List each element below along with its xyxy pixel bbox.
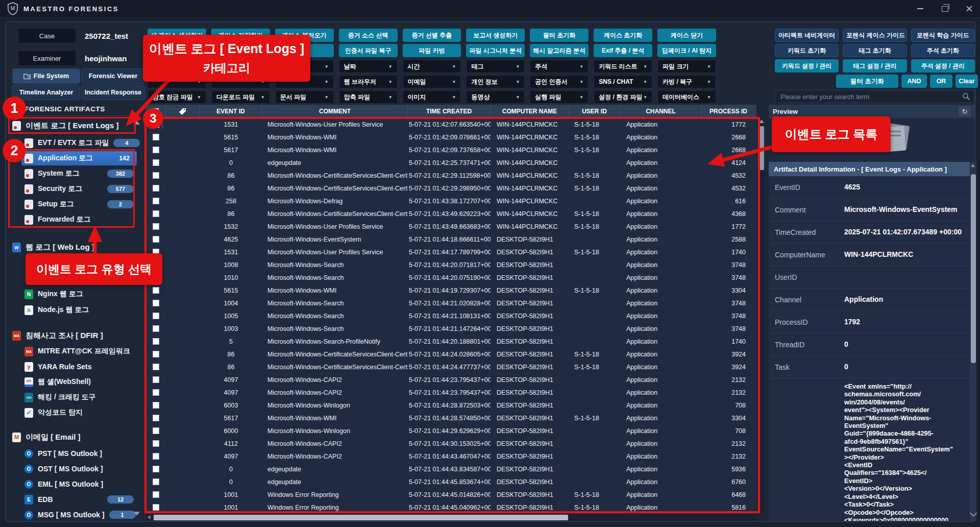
filter-dropdown[interactable]: ▼ (275, 60, 334, 73)
table-row[interactable]: 1010 Microsoft-Windows-Search 5-07-21 01… (145, 271, 756, 284)
row-checkbox[interactable] (153, 185, 159, 191)
row-checkbox[interactable] (153, 504, 159, 511)
filter-dropdown[interactable]: ▼ (148, 75, 206, 88)
row-checkbox[interactable] (153, 338, 159, 345)
tree-item[interactable]: EDB 12 (21, 492, 137, 507)
row-checkbox[interactable] (153, 389, 159, 396)
row-checkbox[interactable] (153, 325, 159, 332)
filter-dropdown[interactable]: 파일 크기▼ (657, 60, 716, 73)
tree-item[interactable]: YARA Rule Sets (21, 360, 137, 374)
filter-dropdown[interactable]: 문서 파일▼ (275, 90, 334, 104)
row-checkbox[interactable] (153, 134, 159, 140)
table-row[interactable]: 4112 Microsoft-Windows-CAPI2 5-07-21 01:… (145, 437, 756, 450)
right-tool-button[interactable]: 키워드 초기화 (775, 44, 839, 57)
filter-dropdown[interactable]: 태그▼ (466, 60, 525, 73)
table-row[interactable]: 1003 Microsoft-Windows-Search 5-07-21 01… (145, 322, 756, 335)
toolbar-button[interactable] (148, 44, 206, 57)
filter-dropdown[interactable]: 이메일▼ (403, 75, 461, 88)
table-row[interactable]: 5617 Microsoft-Windows-WMI 5-07-21 01:44… (145, 412, 756, 424)
right-tool-button[interactable]: 주석 설정 / 관리 (911, 59, 975, 73)
filter-dropdown[interactable]: 설정 / 환경 파일▼ (594, 90, 652, 104)
table-row[interactable]: 6000 Microsoft-Windows-Winlogon 5-07-21 … (145, 424, 756, 437)
table-row[interactable]: 4097 Microsoft-Windows-CAPI2 5-07-21 01:… (145, 373, 756, 386)
scroll-left-icon[interactable] (147, 515, 151, 519)
forensic-viewer-button[interactable]: Forensic Viewer (81, 68, 145, 84)
toolbar-button[interactable]: 케이스 초기화 (594, 29, 652, 42)
filter-dropdown[interactable]: 키워드 리스트▼ (594, 60, 652, 73)
table-row[interactable]: 0 edgeupdate 5-07-21 01:44:45.853674+00 … (145, 475, 756, 488)
row-checkbox[interactable] (153, 147, 159, 153)
tree-item[interactable]: MITRE ATT@CK 프레임워크 (21, 344, 137, 358)
row-checkbox[interactable] (153, 300, 159, 306)
filter-dropdown[interactable]: 카빙 / 복구▼ (657, 75, 716, 88)
toolbar-button[interactable]: 케이스 불러오기 (275, 29, 334, 42)
column-header-comment[interactable]: COMMENT (262, 105, 408, 118)
minimize-icon[interactable] (915, 3, 926, 14)
table-row[interactable]: 0 edgeupdate 5-07-21 01:44:43.834587+00 … (145, 463, 756, 475)
row-checkbox[interactable] (153, 453, 159, 460)
tree-item[interactable]: 웹 셸(WebShell) (21, 375, 137, 389)
table-row[interactable]: 258 Microsoft-Windows-Defrag 5-07-21 01:… (145, 195, 756, 207)
table-row[interactable]: 5617 Microsoft-Windows-WMI 5-07-21 01:42… (145, 143, 756, 156)
tree-item[interactable]: 침해사고 조사 [ DFIR ] (9, 328, 137, 343)
vertical-scrollbar[interactable] (758, 118, 765, 513)
column-header-user-id[interactable]: USER ID (569, 105, 620, 118)
filter-dropdown[interactable]: 주석▼ (530, 60, 589, 73)
toolbar-button[interactable] (211, 44, 270, 57)
table-row[interactable]: 1531 Microsoft-Windows-User Profiles Ser… (145, 118, 756, 131)
filter-dropdown[interactable]: 공인 인증서▼ (530, 75, 589, 88)
tree-item[interactable]: Setup 로그 2 (21, 197, 137, 211)
tree-item[interactable]: 이벤트 로그 [ Event Logs ] (9, 118, 137, 133)
row-checkbox[interactable] (153, 198, 159, 204)
filter-dropdown[interactable]: 이미지▼ (403, 90, 461, 104)
filter-dropdown[interactable]: 시간▼ (403, 60, 461, 73)
tree-item[interactable]: 해킹 / 크래킹 도구 (21, 390, 137, 404)
select-all-checkbox[interactable] (152, 108, 159, 115)
column-header-channel[interactable]: CHANNEL (620, 105, 702, 118)
toolbar-button[interactable]: 딥페이크 / AI 탐지 (657, 44, 716, 57)
search-icon[interactable] (962, 92, 970, 101)
filter-dropdown[interactable]: ▼ (211, 75, 270, 88)
row-checkbox[interactable] (153, 121, 159, 128)
toolbar-button[interactable]: 케이스 저장하기 (211, 29, 270, 42)
table-row[interactable]: 86 Microsoft-Windows-CertificateServices… (145, 182, 756, 195)
toolbar-button[interactable]: 파일 시그니처 분석 (466, 44, 525, 57)
filter-dropdown[interactable]: SNS / CHAT▼ (594, 75, 652, 88)
toolbar-button[interactable]: 해시 알고리즘 분석 (530, 44, 589, 57)
filter-dropdown[interactable]: 개인 정보▼ (466, 75, 525, 88)
detail-scroll-up-icon[interactable] (971, 164, 975, 167)
row-checkbox[interactable] (153, 287, 159, 294)
tree-scroll-up-icon[interactable] (134, 121, 140, 125)
toolbar-button[interactable]: 필터 초기화 (530, 29, 589, 42)
toolbar-button[interactable]: Exif 추출 / 분석 (594, 44, 652, 57)
row-checkbox[interactable] (153, 159, 159, 166)
row-checkbox[interactable] (153, 223, 159, 230)
tree-item[interactable]: MSG [ MS Outlook ] 1 (21, 508, 137, 522)
filter-dropdown[interactable]: 암호 잠금 파일▼ (148, 90, 206, 104)
row-checkbox[interactable] (153, 491, 159, 498)
table-row[interactable]: 4097 Microsoft-Windows-CAPI2 5-07-21 01:… (145, 450, 756, 463)
table-row[interactable]: 86 Microsoft-Windows-CertificateServices… (145, 348, 756, 361)
table-row[interactable]: 5615 Microsoft-Windows-WMI 5-07-21 01:44… (145, 284, 756, 297)
table-row[interactable]: 1004 Microsoft-Windows-Search 5-07-21 01… (145, 297, 756, 309)
row-checkbox[interactable] (153, 402, 159, 409)
restore-icon[interactable] (939, 3, 950, 14)
timeline-analyzer-button[interactable]: Timeline Analyzer (12, 85, 80, 100)
filter-dropdown[interactable]: 동영상▼ (466, 90, 525, 104)
table-row[interactable]: 4625 Microsoft-Windows-EventSystem 5-07-… (145, 233, 756, 246)
table-row[interactable]: 5615 Microsoft-Windows-WMI 5-07-21 01:42… (145, 131, 756, 143)
right-tool-button[interactable]: 아티팩트 네비게이터 (775, 29, 839, 42)
filter-reset-button[interactable]: 필터 초기화 (836, 75, 898, 88)
table-row[interactable]: 86 Microsoft-Windows-CertificateServices… (145, 207, 756, 220)
row-checkbox[interactable] (153, 210, 159, 217)
table-row[interactable]: 0 edgeupdate 5-07-21 01:42:25.737471+00 … (145, 156, 756, 169)
tree-item[interactable]: Application 로그 142 (21, 151, 137, 165)
right-tool-button[interactable]: 태그 설정 / 관리 (843, 59, 906, 73)
tree-item[interactable]: EML [ MS Outlook ] (21, 477, 137, 491)
tree-item[interactable]: Nginx 웹 로그 (21, 287, 137, 301)
right-tool-button[interactable]: 포렌식 케이스 가이드 (843, 29, 906, 42)
row-checkbox[interactable] (153, 466, 159, 472)
tree-item[interactable]: Security 로그 577 (21, 182, 137, 196)
table-row[interactable]: 6003 Microsoft-Windows-Winlogon 5-07-21 … (145, 399, 756, 412)
tree-item[interactable]: EVT / EVTX 로그 파일 4 (21, 136, 137, 150)
